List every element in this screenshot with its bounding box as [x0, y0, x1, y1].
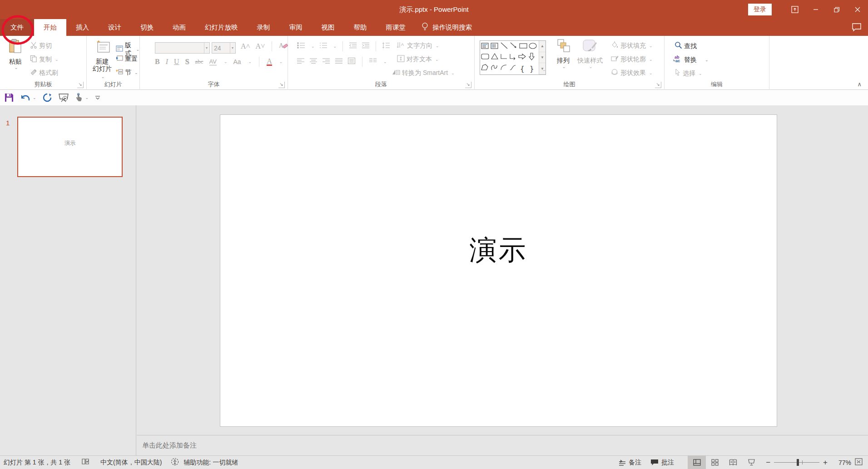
align-right-icon[interactable]: [322, 58, 330, 66]
shape-effects-button[interactable]: 形状效果 ⌄: [611, 69, 653, 78]
shapes-gallery-scrollbar[interactable]: ▲ ▼ ▼̲: [539, 41, 546, 74]
zoom-level[interactable]: 77%: [831, 459, 851, 466]
strikethrough-button[interactable]: abc: [195, 58, 203, 65]
undo-button[interactable]: ⌄: [20, 94, 36, 102]
clear-formatting-icon[interactable]: A: [279, 41, 288, 51]
notes-toggle-button[interactable]: 备注: [614, 459, 646, 467]
drawing-dialog-launcher[interactable]: ↘: [655, 82, 661, 88]
spellcheck-icon[interactable]: [81, 458, 89, 467]
tab-rain-classroom[interactable]: 雨课堂: [377, 19, 416, 36]
gallery-more-icon[interactable]: ▼̲: [539, 63, 546, 74]
select-button[interactable]: 选择 ⌄: [675, 69, 702, 78]
align-center-icon[interactable]: [310, 58, 317, 66]
customize-qat-button[interactable]: [95, 94, 100, 101]
format-painter-button[interactable]: 格式刷: [30, 69, 58, 78]
font-dialog-launcher[interactable]: ↘: [278, 82, 285, 88]
save-button[interactable]: [5, 93, 14, 102]
tab-view[interactable]: 视图: [312, 19, 344, 36]
normal-view-button[interactable]: [688, 456, 706, 469]
scroll-up-icon[interactable]: ▲: [539, 41, 546, 52]
sign-in-button[interactable]: 登录: [748, 4, 772, 15]
reset-button[interactable]: 重置: [116, 55, 138, 63]
tab-design[interactable]: 设计: [99, 19, 131, 36]
text-shadow-button[interactable]: S: [185, 58, 189, 66]
decrease-indent-icon[interactable]: [349, 42, 357, 50]
zoom-slider-thumb[interactable]: [797, 459, 799, 466]
change-case-button[interactable]: Aa: [233, 58, 241, 65]
align-left-icon[interactable]: [297, 58, 304, 66]
zoom-out-button[interactable]: −: [766, 458, 770, 467]
justify-icon[interactable]: [335, 58, 342, 66]
slide-title-text[interactable]: 演示: [220, 232, 777, 269]
tab-insert[interactable]: 插入: [66, 19, 99, 36]
decrease-font-icon[interactable]: A˅: [256, 42, 265, 50]
paste-dropdown[interactable]: ⌄: [15, 65, 18, 70]
tab-slideshow[interactable]: 幻灯片放映: [195, 19, 248, 36]
repeat-button[interactable]: [43, 93, 52, 102]
undo-dropdown[interactable]: ⌄: [33, 95, 36, 100]
touch-mode-button[interactable]: ⌄: [75, 93, 89, 102]
slide-sorter-view-button[interactable]: [706, 456, 724, 469]
tab-transitions[interactable]: 切换: [131, 19, 163, 36]
zoom-in-button[interactable]: +: [823, 458, 828, 467]
restore-button[interactable]: [826, 0, 847, 19]
tab-animations[interactable]: 动画: [163, 19, 195, 36]
replace-button[interactable]: abac 替换 ⌄: [673, 55, 709, 64]
minimize-button[interactable]: [805, 0, 826, 19]
slide-canvas[interactable]: 演示: [220, 114, 777, 427]
columns-icon[interactable]: [369, 58, 377, 66]
numbering-icon[interactable]: [319, 42, 327, 50]
comments-top-icon[interactable]: [852, 23, 862, 34]
tab-review[interactable]: 审阅: [280, 19, 312, 36]
tab-record[interactable]: 录制: [248, 19, 280, 36]
tab-home[interactable]: 开始: [34, 19, 66, 36]
slide-thumbnail-1[interactable]: 演示: [17, 117, 123, 177]
copy-button[interactable]: 复制 ⌄: [30, 55, 59, 64]
zoom-slider[interactable]: [774, 462, 819, 463]
bullets-icon[interactable]: [297, 42, 305, 50]
paste-button[interactable]: 粘贴 ⌄: [5, 39, 26, 70]
slide-counter[interactable]: 幻灯片 第 1 张，共 1 张: [4, 459, 70, 467]
notes-pane[interactable]: 单击此处添加备注: [137, 435, 868, 455]
arrange-button[interactable]: 排列 ⌄: [553, 39, 574, 69]
quick-styles-button[interactable]: 快速样式 ⌄: [575, 39, 605, 69]
char-spacing-button[interactable]: AV: [209, 58, 217, 65]
section-button[interactable]: 节 ⌄: [116, 69, 138, 77]
font-name-combo[interactable]: ▾: [155, 42, 210, 54]
tab-help[interactable]: 帮助: [344, 19, 377, 36]
increase-indent-icon[interactable]: [362, 42, 370, 50]
slideshow-view-button[interactable]: [742, 456, 760, 469]
reading-view-button[interactable]: [724, 456, 742, 469]
distribute-icon[interactable]: [348, 58, 355, 66]
shape-fill-button[interactable]: 形状填充 ⌄: [611, 41, 653, 50]
shape-outline-button[interactable]: 形状轮廓 ⌄: [611, 55, 653, 64]
font-color-button[interactable]: A: [267, 58, 272, 66]
font-size-combo[interactable]: 24▾: [212, 42, 236, 54]
tab-file[interactable]: 文件: [0, 19, 34, 36]
shapes-gallery[interactable]: { } ▲ ▼ ▼̲: [480, 40, 546, 75]
smartart-button[interactable]: 转换为 SmartArt ⌄: [392, 69, 455, 77]
close-button[interactable]: [847, 0, 868, 19]
find-button[interactable]: 查找: [675, 41, 697, 51]
increase-font-icon[interactable]: A˄: [241, 42, 250, 50]
paragraph-dialog-launcher[interactable]: ↘: [465, 82, 471, 88]
align-text-button[interactable]: 对齐文本 ⌄: [397, 55, 439, 64]
italic-button[interactable]: I: [166, 58, 168, 66]
bold-button[interactable]: B: [155, 58, 160, 66]
new-slide-button[interactable]: 新建 幻灯片⌄: [90, 39, 114, 80]
accessibility-status[interactable]: 辅助功能: 一切就绪: [184, 459, 238, 467]
fit-to-window-icon[interactable]: [855, 458, 863, 467]
text-direction-button[interactable]: A 文字方向 ⌄: [397, 41, 439, 50]
ribbon-display-options-button[interactable]: [784, 0, 805, 19]
clipboard-dialog-launcher[interactable]: ↘: [77, 82, 84, 88]
touch-mode-dropdown[interactable]: ⌄: [85, 95, 89, 100]
collapse-ribbon-icon[interactable]: ∧: [857, 81, 862, 88]
accessibility-icon[interactable]: [171, 458, 179, 467]
comments-toggle-button[interactable]: 批注: [646, 459, 679, 467]
underline-button[interactable]: U: [174, 58, 179, 66]
tell-me-search[interactable]: 操作说明搜索: [422, 19, 472, 36]
cut-button[interactable]: 剪切: [30, 41, 52, 50]
start-slideshow-button[interactable]: [58, 93, 69, 102]
language-indicator[interactable]: 中文(简体，中国大陆): [100, 459, 162, 467]
scroll-down-icon[interactable]: ▼: [539, 52, 546, 64]
